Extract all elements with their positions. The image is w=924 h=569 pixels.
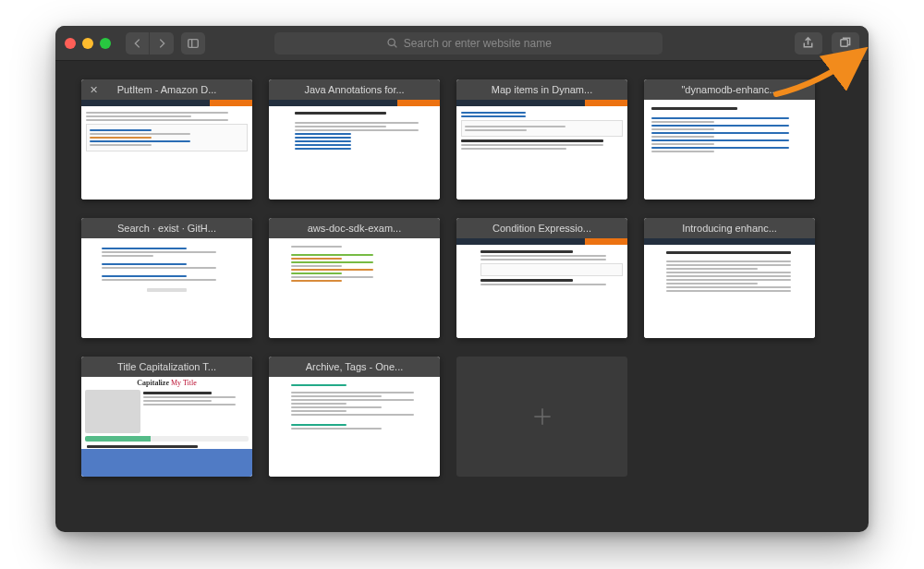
- tab-header: Map items in Dynam...: [456, 79, 627, 100]
- tab-card[interactable]: Map items in Dynam...: [456, 79, 627, 200]
- tab-thumbnail: [81, 100, 252, 200]
- tab-title: Condition Expressio...: [492, 223, 591, 234]
- search-icon: [386, 37, 398, 49]
- close-window-button[interactable]: [65, 38, 76, 49]
- tab-card[interactable]: aws-doc-sdk-exam...: [269, 218, 440, 338]
- browser-window: Search or enter website name ✕ PutItem -…: [55, 26, 869, 532]
- tab-thumbnail: [269, 100, 440, 200]
- tab-card[interactable]: "dynamodb-enhanc...: [644, 79, 815, 200]
- tab-header: Search · exist · GitH...: [81, 218, 252, 238]
- address-bar[interactable]: Search or enter website name: [274, 32, 663, 54]
- tab-thumbnail: [456, 238, 627, 338]
- tab-title: Search · exist · GitH...: [117, 223, 216, 234]
- tab-card[interactable]: Search · exist · GitH...: [81, 218, 252, 338]
- tab-header: Archive, Tags - One...: [269, 357, 440, 377]
- window-traffic-lights: [65, 38, 111, 49]
- svg-rect-0: [188, 39, 199, 47]
- share-button[interactable]: [795, 32, 822, 54]
- tab-title: PutItem - Amazon D...: [117, 84, 217, 95]
- fullscreen-window-button[interactable]: [100, 38, 111, 49]
- tab-card[interactable]: Java Annotations for...: [269, 79, 440, 200]
- address-placeholder: Search or enter website name: [404, 37, 552, 50]
- nav-back-forward: [126, 32, 174, 54]
- tab-header: ✕ PutItem - Amazon D...: [81, 79, 252, 100]
- tab-thumbnail: [644, 238, 815, 338]
- forward-button[interactable]: [150, 32, 174, 54]
- tab-thumbnail: [269, 238, 440, 338]
- tab-header: aws-doc-sdk-exam...: [269, 218, 440, 238]
- svg-line-3: [394, 45, 396, 48]
- share-icon: [801, 36, 815, 50]
- plus-icon: [530, 405, 554, 429]
- tab-title: Map items in Dynam...: [492, 84, 592, 95]
- close-tab-button[interactable]: ✕: [87, 83, 100, 96]
- chevron-right-icon: [155, 37, 168, 50]
- tab-header: Introducing enhanc...: [644, 218, 815, 238]
- chevron-left-icon: [131, 37, 144, 50]
- tab-overview-grid: ✕ PutItem - Amazon D... Java Annotations: [55, 61, 869, 495]
- tab-title: "dynamodb-enhanc...: [681, 84, 777, 95]
- tab-card[interactable]: Introducing enhanc...: [644, 218, 815, 338]
- sidebar-toggle-button[interactable]: [181, 32, 205, 54]
- tab-title: aws-doc-sdk-exam...: [308, 223, 401, 234]
- tab-thumbnail: [81, 238, 252, 338]
- tab-card[interactable]: Condition Expressio...: [456, 218, 627, 338]
- back-button[interactable]: [126, 32, 150, 54]
- tab-thumbnail: [456, 100, 627, 200]
- new-tab-button[interactable]: [456, 357, 627, 477]
- tab-title: Java Annotations for...: [304, 84, 404, 95]
- tab-thumbnail: [644, 100, 815, 200]
- minimize-window-button[interactable]: [82, 38, 93, 49]
- tab-title: Archive, Tags - One...: [306, 361, 404, 372]
- tab-header: "dynamodb-enhanc...: [644, 79, 815, 100]
- tabs-overview-icon: [838, 36, 852, 50]
- tab-header: Condition Expressio...: [456, 218, 627, 238]
- show-all-tabs-button[interactable]: [832, 32, 859, 54]
- tab-title: Introducing enhanc...: [682, 223, 777, 234]
- tab-card[interactable]: Title Capitalization T... Capitalize My …: [81, 357, 252, 477]
- toolbar-right: [795, 32, 859, 54]
- tab-thumbnail: [269, 377, 440, 477]
- tab-card[interactable]: ✕ PutItem - Amazon D...: [81, 79, 252, 200]
- tab-header: Java Annotations for...: [269, 79, 440, 100]
- tab-title: Title Capitalization T...: [117, 361, 216, 372]
- tab-header: Title Capitalization T...: [81, 357, 252, 377]
- sidebar-icon: [187, 37, 200, 50]
- svg-rect-4: [841, 40, 848, 47]
- toolbar: Search or enter website name: [55, 26, 869, 61]
- tab-thumbnail: Capitalize My Title: [81, 377, 252, 477]
- tab-card[interactable]: Archive, Tags - One...: [269, 357, 440, 477]
- svg-point-2: [388, 39, 395, 45]
